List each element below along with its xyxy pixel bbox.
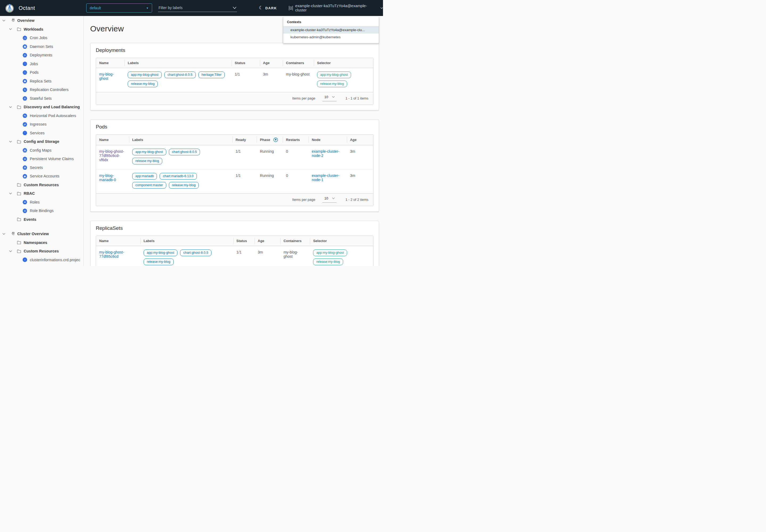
sidebar-item-discovery-and-load-balancing[interactable]: Discovery and Load Balancing <box>0 103 84 111</box>
sidebar-item-label: Workloads <box>24 27 43 31</box>
sidebar-item-custom-resources[interactable]: Custom Resources <box>0 247 84 256</box>
sidebar-item-cron-jobs[interactable]: ◷Cron Jobs <box>0 34 84 42</box>
namespace-select[interactable]: default ▼ <box>86 3 152 13</box>
chevron-down-icon[interactable] <box>2 233 5 235</box>
cell-text: 1/1 <box>232 68 260 92</box>
chevron-down-icon[interactable] <box>9 141 12 143</box>
sidebar-item-services[interactable]: ∵Services <box>0 129 84 138</box>
folder-icon <box>17 183 21 186</box>
label-tag: release:my-blog <box>128 81 158 87</box>
sidebar-item-overview[interactable]: Overview <box>0 16 84 25</box>
resource-link[interactable]: my-blog-ghost <box>99 72 114 81</box>
resource-icon: ⟳ <box>23 53 27 57</box>
chevron-down-icon[interactable] <box>9 28 12 30</box>
sidebar-item-daemon-sets[interactable]: ▦Daemon Sets <box>0 42 84 51</box>
resource-icon: ↻ <box>23 88 27 92</box>
sidebar-item-workloads[interactable]: Workloads <box>0 25 84 34</box>
chevron-down-icon[interactable] <box>2 20 5 22</box>
card-pods: PodsNameLabelsReadyPhaseRestartsNodeAgem… <box>90 119 379 212</box>
folder-icon <box>17 140 21 143</box>
sidebar-item-label: Config and Storage <box>24 139 59 144</box>
applications-icon <box>10 232 15 236</box>
context-switcher[interactable]: example-cluster-ka3TuTzYo4a@example-clus… <box>289 4 383 12</box>
resource-link[interactable]: example-cluster-node-1 <box>312 173 339 182</box>
resource-link[interactable]: my-blog-mariadb-0 <box>99 173 116 182</box>
sidebar-item-custom-resources[interactable]: Custom Resources <box>0 181 84 189</box>
label-tag: chart:ghost-8.0.5 <box>169 149 200 155</box>
items-per-page-select[interactable]: 10 <box>322 95 336 101</box>
sidebar-item-events[interactable]: Events <box>0 215 84 224</box>
cell-labels: app:mariadbchart:mariadb-6.13.0component… <box>129 169 232 194</box>
cell-resource-link: my-blog-ghost <box>96 68 124 92</box>
column-header-labels: Labels <box>140 236 233 246</box>
label-tag: app:my-blog-ghost <box>132 149 166 155</box>
filter-funnel-icon[interactable] <box>273 138 278 142</box>
sidebar-item-clusterinformations-crd-projec[interactable]: +clusterinformations.crd.projec <box>0 256 84 264</box>
sidebar-item-namespaces[interactable]: Namespaces <box>0 238 84 247</box>
cell-resource-link: example-cluster-node-1 <box>309 169 347 194</box>
sidebar-item-label: Namespaces <box>24 240 47 245</box>
sidebar-item-ingresses[interactable]: ⇄Ingresses <box>0 120 84 129</box>
column-header-containers: Containers <box>280 236 310 246</box>
cell-resource-link: my-blog-ghost-77df85c6cd-vf6dx <box>96 145 129 169</box>
label-tag: heritage:Tiller <box>198 72 225 78</box>
sidebar-item-cluster-overview[interactable]: Cluster Overview <box>0 230 84 238</box>
sidebar-item-config-and-storage[interactable]: Config and Storage <box>0 137 84 146</box>
sidebar-item-persistent-volume-claims[interactable]: ⊟Persistent Volume Claims <box>0 155 84 163</box>
folder-icon <box>17 218 21 221</box>
cell-text: 3m <box>255 246 280 266</box>
resource-link[interactable]: my-blog-ghost-77df85c6cd <box>99 250 124 259</box>
sidebar-item-horizontal-pod-autoscalers[interactable]: ⇆Horizontal Pod Autoscalers <box>0 111 84 120</box>
chevron-down-icon[interactable] <box>9 106 12 108</box>
cell-selectors: app:my-blog-ghostrelease:my-blog <box>310 246 373 266</box>
sidebar-item-config-maps[interactable]: ▤Config Maps <box>0 146 84 155</box>
cell-text: 1/1 <box>232 145 257 169</box>
context-option[interactable]: example-cluster-ka3TuTzYo4a@example-clu.… <box>283 26 379 34</box>
sidebar-item-rbac[interactable]: RBAC <box>0 189 84 198</box>
selector-tag: release:my-blog <box>317 81 347 87</box>
sidebar-item-pods[interactable]: □Pods <box>0 68 84 77</box>
label-tag: release:my-blog <box>169 182 199 189</box>
sidebar-item-replication-controllers[interactable]: ↻Replication Controllers <box>0 85 84 94</box>
sidebar-item-secrets[interactable]: ⊞Secrets <box>0 163 84 172</box>
card-title-replicasets: ReplicaSets <box>96 225 373 231</box>
sidebar-item-jobs[interactable]: ∷Jobs <box>0 60 84 68</box>
cell-labels: app:my-blog-ghostchart:ghost-8.0.5herita… <box>124 68 231 92</box>
folder-icon <box>17 250 21 253</box>
sidebar-item-roles[interactable]: ⊛Roles <box>0 198 84 207</box>
per-page-chevron-icon <box>332 197 335 199</box>
sidebar-item-role-bindings[interactable]: ⊜Role Bindings <box>0 206 84 215</box>
sidebar-item-replica-sets[interactable]: ▣Replica Sets <box>0 77 84 86</box>
column-header-name: Name <box>96 58 124 68</box>
sidebar-item-label: Stateful Sets <box>30 96 52 101</box>
column-header-restarts: Restarts <box>283 135 309 145</box>
chevron-down-icon[interactable] <box>9 193 12 194</box>
card-title-deployments: Deployments <box>96 47 373 53</box>
resource-link[interactable]: my-blog-ghost-77df85c6cd-vf6dx <box>99 149 124 162</box>
folder-icon <box>17 105 21 109</box>
sidebar-item-service-accounts[interactable]: ◉Service Accounts <box>0 172 84 181</box>
label-filter-placeholder: Filter by labels <box>159 6 182 10</box>
sidebar-item-label: Daemon Sets <box>30 44 53 49</box>
resource-link[interactable]: example-cluster-node-2 <box>312 149 339 158</box>
contexts-dropdown: Contexts example-cluster-ka3TuTzYo4a@exa… <box>283 17 379 43</box>
selector-tag: app:my-blog-ghost <box>317 72 351 78</box>
context-option[interactable]: kubernetes-admin@kubernetes <box>283 34 379 41</box>
items-per-page-select[interactable]: 10 <box>322 196 336 203</box>
card-title-pods: Pods <box>96 124 373 130</box>
dark-theme-toggle[interactable]: ☾ DARK <box>259 6 277 10</box>
sidebar-item-csidrivers-csi-storage-k8s-io[interactable]: +csidrivers.csi.storage.k8s.io <box>0 264 84 266</box>
column-header-node: Node <box>309 135 347 145</box>
resource-icon: ▦ <box>23 44 27 49</box>
sidebar-item-stateful-sets[interactable]: ≣Stateful Sets <box>0 94 84 103</box>
datagrid-replicasets: NameLabelsStatusAgeContainersSelectormy-… <box>96 236 373 266</box>
label-tag: chart:ghost-8.0.5 <box>164 72 196 78</box>
items-per-page-value: 10 <box>324 95 328 99</box>
sidebar-nav: OverviewWorkloads◷Cron Jobs▦Daemon Sets⟳… <box>0 16 84 266</box>
sidebar-item-deployments[interactable]: ⟳Deployments <box>0 51 84 60</box>
filter-chevron-icon[interactable] <box>233 7 236 9</box>
resource-icon: ◉ <box>23 174 27 178</box>
top-navbar: Octant default ▼ Filter by labels ☾ DARK… <box>0 0 383 16</box>
label-filter-input[interactable]: Filter by labels <box>158 4 237 12</box>
chevron-down-icon[interactable] <box>9 250 12 252</box>
